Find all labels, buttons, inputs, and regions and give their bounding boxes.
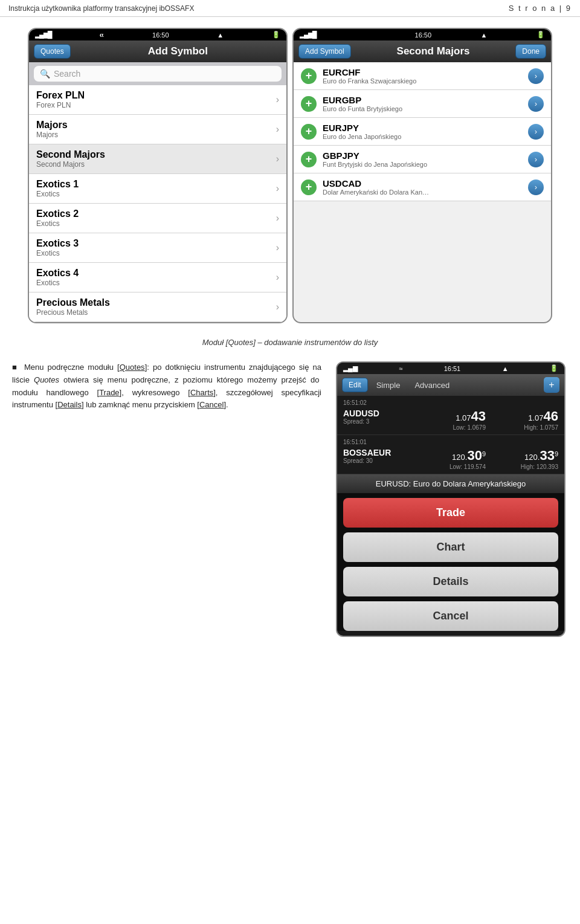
add-icon[interactable]: + [301,68,317,84]
body-text: ■ Menu podręczne modułu [Quotes]: po dot… [12,361,321,637]
ask-prefix: 1.07 [528,413,543,422]
right-phone: ▂▄▆█ 16:50 ▲ 🔋 Add Symbol Second Majors … [292,28,552,323]
info-chevron-icon[interactable]: › [528,152,544,167]
item-title: Majors [36,120,68,131]
info-chevron-icon[interactable]: › [528,179,544,195]
symbol-item-eurjpy[interactable]: + EURJPY Euro do Jena Japońskiego › [294,118,551,146]
right-status-bar: ▂▄▆█ 16:50 ▲ 🔋 [294,29,551,40]
symbol-item-eurgbp[interactable]: + EURGBP Euro do Funta Brytyjskiego › [294,90,551,118]
list-item[interactable]: Exotics 4 Exotics › [29,263,286,292]
ask-prefix: 120. [524,453,540,462]
page-number: S t r o n a | 9 [509,4,572,13]
location-arrow-icon: ▲ [481,31,488,39]
quotes-status-bar: ▂▄▆ ≈ 16:51 ▲ 🔋 [337,363,564,374]
bid-prefix: 120. [452,453,467,462]
symbol-list: + EURCHF Euro do Franka Szwajcarskiego ›… [294,62,551,201]
phones-row: ▂▄▆█ 𝛂 16:50 ▲ 🔋 Quotes Add Symbol 🔍 Sea… [0,17,580,329]
quotes-back-button[interactable]: Quotes [34,44,71,59]
body-section: ■ Menu podręczne modułu [Quotes]: po dot… [0,361,580,637]
item-title: Exotics 4 [36,268,79,279]
trade-link[interactable]: Trade [99,388,119,397]
quotes-time: 16:51 [444,365,461,372]
add-symbol-plus-button[interactable]: + [544,377,559,393]
info-chevron-icon[interactable]: › [528,68,544,84]
details-link[interactable]: Details [57,400,82,409]
quote-name: AUDUSD [343,409,413,418]
add-icon[interactable]: + [301,96,317,112]
battery-icon: 🔋 [550,364,558,372]
symbol-item-gbpjpy[interactable]: + GBPJPY Funt Brytyjski do Jena Japoński… [294,146,551,173]
cancel-link[interactable]: Cancel [199,400,224,409]
list-item[interactable]: Majors Majors › [29,115,286,144]
item-subtitle: Forex PLN [36,101,85,109]
quotes-phone: ▂▄▆ ≈ 16:51 ▲ 🔋 Edit Simple Advanced + 1… [336,361,566,637]
chevron-right-icon: › [276,272,279,283]
quote-high: High: 120.393 [488,464,558,470]
document-title: Instrukcja użytkownika platformy transak… [8,4,194,13]
list-item[interactable]: Exotics 1 Exotics › [29,174,286,204]
bid-prefix: 1.07 [456,413,471,422]
search-bar: 🔍 Search [29,62,286,85]
quote-low: Low: 119.574 [416,464,486,470]
item-subtitle: Exotics [36,219,79,228]
battery-icon: 🔋 [536,31,545,39]
search-input-wrap[interactable]: 🔍 Search [34,66,282,82]
quotes-nav-bar: Edit Simple Advanced + [337,374,564,396]
add-symbol-back-button[interactable]: Add Symbol [298,44,351,59]
chevron-right-icon: › [276,302,279,312]
item-subtitle: Precious Metals [36,308,110,317]
item-subtitle: Majors [36,131,68,139]
symbol-name: EURJPY [323,123,522,133]
quote-row-audusd[interactable]: 16:51:02 AUDUSD Spread: 3 1.0743 Low: 1.… [337,396,564,435]
add-icon[interactable]: + [301,152,317,167]
left-nav-bar: Quotes Add Symbol [29,40,286,62]
symbol-name: EURCHF [323,67,522,77]
right-nav-title: Second Majors [355,45,512,57]
chevron-right-icon: › [276,153,279,164]
info-chevron-icon[interactable]: › [528,124,544,140]
quotes-link[interactable]: Quotes [120,363,145,372]
symbol-desc: Euro do Jena Japońskiego [323,133,522,140]
search-icon: 🔍 [40,69,50,79]
symbol-name: USDCAD [323,178,522,189]
trade-button[interactable]: Trade [343,498,558,528]
charts-link[interactable]: Charts [190,388,213,397]
details-button[interactable]: Details [343,567,558,596]
bid-main: 30 [467,448,482,463]
edit-button[interactable]: Edit [342,378,368,392]
bid-super: 9 [482,450,486,457]
caption: Moduł [Quotes] – dodawanie instrumentów … [0,338,580,347]
wifi-icon: 𝛂 [100,31,104,39]
add-icon[interactable]: + [301,124,317,140]
bullet-icon: ■ [12,361,17,374]
item-subtitle: Exotics [36,249,79,257]
category-list: Forex PLN Forex PLN › Majors Majors › Se… [29,85,286,322]
left-time: 16:50 [152,31,169,39]
list-item-second-majors[interactable]: Second Majors Second Majors › [29,144,286,174]
bid-main: 43 [471,409,486,424]
ask-main: 33 [540,448,554,463]
cancel-button[interactable]: Cancel [343,601,558,631]
symbol-name: GBPJPY [323,150,522,161]
item-title: Second Majors [36,149,105,160]
signal-bars-icon: ▂▄▆█ [35,31,52,39]
list-item[interactable]: Forex PLN Forex PLN › [29,85,286,115]
info-chevron-icon[interactable]: › [528,96,544,112]
symbol-item-eurchf[interactable]: + EURCHF Euro do Franka Szwajcarskiego › [294,62,551,90]
left-nav-title: Add Symbol [74,45,282,57]
item-subtitle: Exotics [36,279,79,287]
quote-row-bossaeur[interactable]: 16:51:01 BOSSAEUR Spread: 30 120.309 Low… [337,435,564,474]
quote-high: High: 1.0757 [488,424,558,431]
list-item[interactable]: Precious Metals Precious Metals › [29,292,286,322]
wifi-icon: ≈ [399,365,402,372]
list-item[interactable]: Exotics 3 Exotics › [29,233,286,263]
done-button[interactable]: Done [515,44,546,59]
symbol-item-usdcad[interactable]: + USDCAD Dolar Amerykański do Dolara Kan… [294,173,551,201]
chart-button[interactable]: Chart [343,532,558,562]
tab-advanced[interactable]: Advanced [408,378,456,392]
chevron-right-icon: › [276,94,279,105]
add-icon[interactable]: + [301,179,317,195]
timestamp: 16:51:02 [343,399,558,406]
list-item[interactable]: Exotics 2 Exotics › [29,204,286,233]
tab-simple[interactable]: Simple [370,378,407,392]
